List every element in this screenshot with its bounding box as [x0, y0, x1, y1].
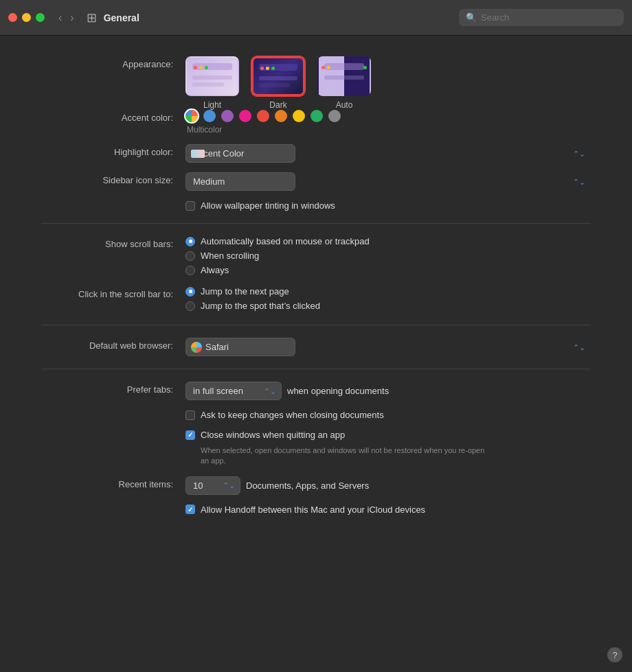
handoff-control: Allow Handoff between this Mac and your …: [185, 505, 591, 515]
accent-color-control: Multicolor: [185, 110, 591, 135]
divider-1: [41, 223, 591, 224]
handoff-checkbox[interactable]: Allow Handoff between this Mac and your …: [185, 505, 591, 515]
close-windows-note: When selected, open documents and window…: [201, 445, 489, 467]
prefer-tabs-select[interactable]: in full screen always manually: [185, 382, 282, 400]
sidebar-icon-size-control: Medium Small Large: [185, 172, 591, 191]
scroll-scrolling-radio-circle: [185, 251, 195, 261]
appearance-dark[interactable]: Dark: [251, 56, 305, 110]
scroll-always-label: Always: [201, 265, 229, 275]
search-input[interactable]: [481, 12, 617, 23]
close-windows-row: Close windows when quitting an app When …: [41, 430, 591, 467]
highlight-color-select-wrapper: Accent Color: [185, 144, 591, 163]
dark-label: Dark: [269, 100, 286, 110]
highlight-color-control: Accent Color: [185, 144, 591, 163]
handoff-checkbox-box: [185, 505, 195, 514]
prefer-tabs-inline: in full screen always manually when open…: [185, 382, 591, 400]
accent-green[interactable]: [311, 110, 323, 122]
recent-items-label: Recent items:: [41, 476, 185, 491]
web-browser-select[interactable]: Safari: [185, 338, 295, 356]
highlight-color-row: Highlight color: Accent Color: [41, 144, 591, 163]
appearance-light[interactable]: Light: [185, 56, 239, 110]
nav-buttons: ‹ ›: [56, 10, 77, 25]
window-title: General: [104, 12, 459, 23]
click-scroll-label: Click in the scroll bar to:: [41, 286, 185, 301]
main-content: Appearance: Light: [0, 36, 632, 545]
close-button[interactable]: [8, 13, 17, 22]
handoff-checkbox-label: Allow Handoff between this Mac and your …: [201, 505, 425, 515]
web-browser-row: Default web browser: Safari: [41, 338, 591, 356]
auto-label: Auto: [336, 100, 353, 110]
close-windows-checkbox-box: [185, 430, 195, 440]
close-windows-checkbox-label: Close windows when quitting an app: [201, 430, 345, 440]
wallpaper-tinting-label: [41, 200, 185, 202]
scroll-scrolling-radio[interactable]: When scrolling: [185, 251, 591, 261]
recent-items-select[interactable]: 5 10 15 20 50 None: [185, 476, 240, 495]
click-scroll-control: Jump to the next page Jump to the spot t…: [185, 286, 591, 312]
scroll-auto-label: Automatically based on mouse or trackpad: [201, 236, 370, 246]
fullscreen-button[interactable]: [36, 13, 45, 22]
prefer-tabs-suffix: when opening documents: [287, 386, 389, 396]
appearance-thumb-auto: [317, 56, 371, 96]
prefer-tabs-control: in full screen always manually when open…: [185, 382, 591, 400]
grid-button[interactable]: ⊞: [87, 10, 97, 25]
accent-selected-label: Multicolor: [187, 125, 591, 135]
appearance-auto[interactable]: Auto: [317, 56, 371, 110]
highlight-color-select[interactable]: Accent Color: [185, 144, 295, 163]
help-button[interactable]: ?: [607, 647, 622, 662]
recent-items-control: 5 10 15 20 50 None Documents, Apps, and …: [185, 476, 591, 495]
recent-items-inline: 5 10 15 20 50 None Documents, Apps, and …: [185, 476, 591, 495]
scroll-always-radio-circle: [185, 266, 195, 275]
handoff-row: Allow Handoff between this Mac and your …: [41, 505, 591, 515]
appearance-label: Appearance:: [41, 56, 185, 71]
wallpaper-tinting-checkbox-label: Allow wallpaper tinting in windows: [201, 200, 335, 211]
accent-blue[interactable]: [203, 110, 216, 122]
sidebar-icon-size-select[interactable]: Medium Small Large: [185, 172, 295, 191]
web-browser-label: Default web browser:: [41, 338, 185, 353]
appearance-thumb-dark: [251, 56, 305, 96]
recent-items-row: Recent items: 5 10 15 20 50 None Documen…: [41, 476, 591, 495]
highlight-color-label: Highlight color:: [41, 144, 185, 159]
accent-yellow[interactable]: [293, 110, 305, 122]
close-windows-checkbox[interactable]: Close windows when quitting an app: [185, 430, 591, 440]
recent-items-suffix: Documents, Apps, and Servers: [246, 480, 369, 491]
traffic-lights: [8, 13, 45, 22]
web-browser-control: Safari: [185, 338, 591, 356]
accent-color-label: Accent color:: [41, 110, 185, 125]
scroll-auto-radio[interactable]: Automatically based on mouse or trackpad: [185, 236, 591, 246]
close-windows-label: [41, 430, 185, 431]
accent-purple[interactable]: [221, 110, 234, 122]
appearance-control: Light Dark: [185, 56, 591, 110]
accent-graphite[interactable]: [328, 110, 341, 122]
accent-pink[interactable]: [239, 110, 251, 122]
sidebar-icon-size-select-wrapper: Medium Small Large: [185, 172, 591, 191]
wallpaper-tinting-control: Allow wallpaper tinting in windows: [185, 200, 591, 211]
scroll-auto-radio-circle: [185, 237, 195, 246]
wallpaper-tinting-checkbox[interactable]: Allow wallpaper tinting in windows: [185, 200, 591, 211]
prefer-tabs-select-wrapper: in full screen always manually: [185, 382, 282, 400]
keep-changes-checkbox-box: [185, 410, 195, 420]
click-scroll-row: Click in the scroll bar to: Jump to the …: [41, 286, 591, 312]
forward-button[interactable]: ›: [67, 10, 76, 25]
click-spot-radio[interactable]: Jump to the spot that’s clicked: [185, 301, 591, 311]
handoff-label: [41, 505, 185, 506]
search-bar: 🔍: [459, 9, 624, 26]
keep-changes-control: Ask to keep changes when closing documen…: [185, 410, 591, 420]
back-button[interactable]: ‹: [56, 10, 65, 25]
accent-orange[interactable]: [275, 110, 287, 122]
scroll-bars-label: Show scroll bars:: [41, 236, 185, 251]
keep-changes-row: Ask to keep changes when closing documen…: [41, 410, 591, 420]
click-spot-label: Jump to the spot that’s clicked: [201, 301, 320, 311]
wallpaper-tinting-row: Allow wallpaper tinting in windows: [41, 200, 591, 211]
prefer-tabs-label: Prefer tabs:: [41, 382, 185, 397]
appearance-options: Light Dark: [185, 56, 591, 110]
keep-changes-checkbox[interactable]: Ask to keep changes when closing documen…: [185, 410, 591, 420]
click-next-page-radio[interactable]: Jump to the next page: [185, 286, 591, 297]
scroll-bars-row: Show scroll bars: Automatically based on…: [41, 236, 591, 277]
minimize-button[interactable]: [22, 13, 31, 22]
scroll-always-radio[interactable]: Always: [185, 265, 591, 275]
light-label: Light: [203, 100, 221, 110]
sidebar-icon-size-label: Sidebar icon size:: [41, 172, 185, 187]
keep-changes-checkbox-label: Ask to keep changes when closing documen…: [201, 410, 384, 420]
accent-red[interactable]: [257, 110, 269, 122]
accent-multicolor[interactable]: [185, 110, 198, 122]
